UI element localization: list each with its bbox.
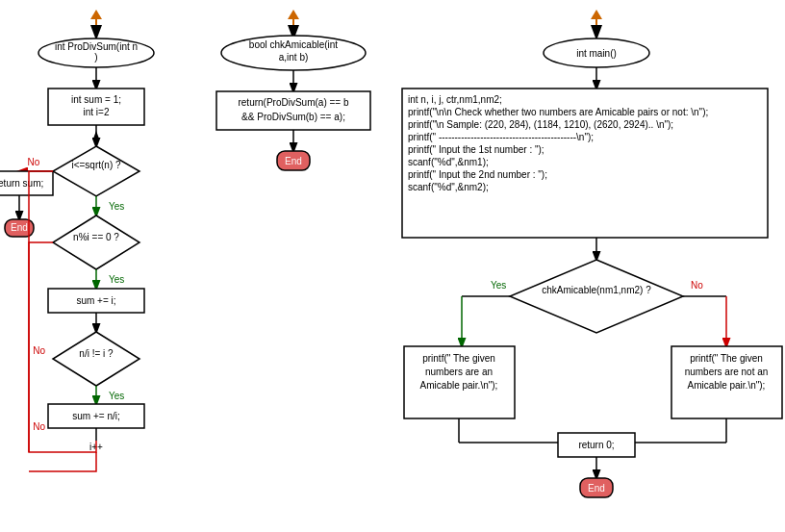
code1: int n, i, j, ctr,nm1,nm2;	[408, 94, 502, 105]
main-label: int main()	[576, 48, 617, 59]
code7: printf(" Input the 2nd number : ");	[408, 169, 547, 180]
yes-label1: Yes	[109, 201, 124, 212]
svg-marker-16	[53, 215, 139, 269]
no-label2: No	[33, 345, 45, 356]
return-box2: && ProDivSum(b) == a);	[241, 112, 345, 122]
chkAmicable-label2: a,int b)	[279, 52, 309, 63]
yes-label3: Yes	[109, 391, 124, 401]
code8: scanf("%d",&nm2);	[408, 182, 489, 192]
code5: printf(" Input the 1st number : ");	[408, 144, 544, 155]
yes-label2: Yes	[109, 274, 124, 285]
sum-plus-i: sum += i;	[76, 295, 115, 306]
cond-amicable: chkAmicable(nm1,nm2) ?	[542, 285, 651, 295]
return-0: return 0;	[578, 440, 614, 450]
svg-marker-10	[53, 146, 139, 196]
flowchart-svg: int ProDivSum(int n ) int sum = 1; int i…	[0, 0, 785, 532]
flowchart-canvas: int ProDivSum(int n ) int sum = 1; int i…	[0, 0, 785, 532]
cond3: n/i != i ?	[79, 348, 114, 359]
sum-plus-ni: sum += n/i;	[72, 411, 119, 421]
code3: printf("\n Sample: (220, 284), (1184, 12…	[408, 119, 673, 130]
code6: scanf("%d",&nm1);	[408, 157, 489, 167]
end1: End	[11, 222, 28, 233]
chkAmicable-label: bool chkAmicable(int	[249, 39, 338, 50]
cond1: i<=sqrt(n) ?	[71, 160, 121, 170]
svg-marker-38	[510, 260, 683, 333]
no-label3: No	[33, 421, 45, 432]
code4: printf(" -------------------------------…	[408, 132, 594, 142]
return-box1: return(ProDivSum(a) == b	[238, 97, 348, 108]
no-label1: No	[28, 157, 40, 167]
amicable-yes-text2: numbers are an	[425, 367, 493, 377]
end2: End	[285, 156, 302, 166]
proDivSum-label2: )	[94, 52, 97, 63]
amicable-yes-text1: printf(" The given	[422, 353, 495, 364]
amicable-no-text2: numbers are not an	[685, 367, 769, 377]
svg-marker-5	[90, 10, 102, 19]
svg-marker-20	[53, 332, 139, 386]
return-sum: return sum;	[0, 178, 43, 189]
end-main: End	[588, 483, 605, 494]
proDivSum-label: int ProDivSum(int n	[55, 41, 138, 52]
cond2: n%i == 0 ?	[73, 232, 119, 242]
no-label-amicable: No	[691, 280, 703, 291]
init-box: int sum = 1;	[71, 94, 121, 105]
amicable-no-text1: printf(" The given	[690, 353, 763, 364]
amicable-no-text3: Amicable pair.\n");	[688, 380, 766, 391]
init-box2: int i=2	[84, 107, 110, 117]
code2: printf("\n\n Check whether two numbers a…	[408, 107, 708, 117]
amicable-yes-text3: Amicable pair.\n");	[420, 380, 498, 391]
yes-label-amicable: Yes	[491, 280, 506, 291]
